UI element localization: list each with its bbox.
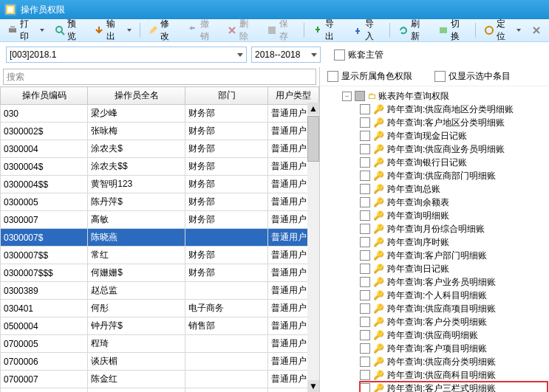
- checkbox-icon[interactable]: [360, 264, 370, 274]
- tree-item[interactable]: 🔑跨年查询:客户地区分类明细账: [360, 116, 548, 129]
- checkbox-icon[interactable]: [360, 343, 370, 354]
- scroll-down-icon[interactable]: ▼: [307, 380, 319, 392]
- tree-item[interactable]: 🔑跨年查询:客户部门明细账: [360, 249, 548, 262]
- checkbox-icon[interactable]: [360, 330, 370, 340]
- tree-item[interactable]: 🔑跨年查询:供应商分类明细账: [360, 355, 548, 368]
- table-row[interactable]: 0300004$$黄智明123财务部普通用户: [1, 176, 319, 193]
- checkbox-icon[interactable]: [360, 157, 370, 168]
- permission-tree[interactable]: − 🗀 账表跨年查询权限 🔑跨年查询:供应商地区分类明细账🔑跨年查询:客户地区分…: [320, 86, 549, 392]
- show-roles-checkbox[interactable]: 显示所属角色权限: [327, 70, 412, 83]
- refresh-button[interactable]: 刷新: [394, 16, 432, 44]
- tree-item-label: 跨年查询总账: [387, 183, 440, 196]
- col-dept[interactable]: 部门: [185, 87, 267, 105]
- tree-item[interactable]: 🔑跨年查询月份综合明细账: [360, 222, 548, 235]
- table-row[interactable]: 0300004$涂农夫$$财务部普通用户: [1, 158, 319, 176]
- checkbox-icon: [327, 71, 338, 82]
- checkbox-icon[interactable]: [360, 383, 370, 392]
- print-button[interactable]: 打印: [3, 16, 49, 44]
- delete-button[interactable]: 删除: [222, 16, 260, 44]
- scroll-thumb[interactable]: [307, 116, 319, 162]
- checkbox-icon[interactable]: [360, 303, 370, 314]
- tree-item[interactable]: 🔑跨年查询现金日记账: [360, 129, 548, 142]
- account-combo[interactable]: [003]2018.1: [6, 47, 247, 63]
- edit-button[interactable]: 修改: [143, 16, 181, 44]
- collapse-icon[interactable]: −: [342, 92, 352, 101]
- tree-item[interactable]: 🔑跨年查询:客户项目明细账: [360, 342, 548, 355]
- save-button[interactable]: 保存: [262, 16, 300, 44]
- tree-item[interactable]: 🔑跨年查询序时账: [360, 235, 548, 249]
- table-row[interactable]: 0700006谈庆楣普通用户: [1, 353, 319, 371]
- table-row[interactable]: 0300002$张咏梅财务部普通用户: [1, 123, 319, 140]
- switch-icon: [438, 25, 449, 35]
- key-icon: 🔑: [373, 237, 384, 247]
- tree-item[interactable]: 🔑跨年查询总账: [360, 182, 548, 196]
- tree-item[interactable]: 🔑跨年查询明细账: [360, 209, 548, 222]
- table-row[interactable]: 0300004涂农夫$财务部普通用户: [1, 140, 319, 158]
- checkbox-icon[interactable]: [360, 184, 370, 194]
- checkbox-icon[interactable]: [360, 197, 370, 207]
- key-icon: 🔑: [373, 131, 384, 141]
- tree-item[interactable]: 🔑跨年查询日记账: [360, 262, 548, 275]
- tree-item[interactable]: 🔑跨年查询银行日记账: [360, 156, 548, 169]
- tree-root[interactable]: − 🗀 账表跨年查询权限: [342, 89, 548, 103]
- col-name[interactable]: 操作员全名: [88, 87, 185, 105]
- checkbox-icon[interactable]: [360, 250, 370, 261]
- tree-item[interactable]: 🔑跨年查询:供应商业务员明细账: [360, 142, 548, 156]
- only-selected-checkbox[interactable]: 仅显示选中条目: [434, 70, 511, 83]
- table-row[interactable]: 030梁少峰财务部普通用户: [1, 105, 319, 123]
- checkbox-icon[interactable]: [360, 210, 370, 221]
- tree-item[interactable]: 🔑跨年查询:个人科目明细账: [360, 289, 548, 302]
- more-button[interactable]: [527, 24, 546, 37]
- tree-item[interactable]: 🔑跨年查询:供应商部门明细账: [360, 169, 548, 182]
- search-input[interactable]: 搜索: [3, 69, 316, 85]
- table-row[interactable]: 0300007$陈晓燕普通用户: [1, 229, 319, 247]
- checkbox-icon[interactable]: [360, 370, 370, 380]
- checkbox-icon[interactable]: [360, 357, 370, 367]
- table-row[interactable]: 030401何彤电子商务普通用户: [1, 300, 319, 317]
- tree-item[interactable]: 🔑跨年查询:供应商明细账: [360, 329, 548, 342]
- tree-item[interactable]: 🔑跨年查询:供应商地区分类明细账: [360, 103, 548, 116]
- table-row[interactable]: 0300007高敏财务部普通用户: [1, 211, 319, 229]
- supervisor-checkbox[interactable]: 账套主管: [334, 49, 383, 61]
- col-type[interactable]: 用户类型: [268, 87, 319, 105]
- tree-item[interactable]: 🔑跨年查询:客户分类明细账: [360, 315, 548, 329]
- scroll-up-icon[interactable]: ▲: [307, 103, 319, 114]
- checkbox-icon[interactable]: [360, 104, 370, 114]
- table-row[interactable]: 0300005陈丹萍$财务部普通用户: [1, 193, 319, 211]
- tree-item[interactable]: 🔑跨年查询:客户业务员明细账: [360, 275, 548, 289]
- table-row[interactable]: 0300007$$$何姗姗$财务部普通用户: [1, 264, 319, 282]
- checkbox-icon[interactable]: [360, 290, 370, 300]
- year-combo[interactable]: 2018--2018: [251, 47, 321, 63]
- tree-item[interactable]: 🔑跨年查询余额表: [360, 196, 548, 209]
- checkbox-icon[interactable]: [360, 117, 370, 128]
- preview-button[interactable]: 预览: [50, 16, 88, 44]
- undo-button[interactable]: 撤销: [183, 16, 221, 44]
- table-row[interactable]: 0300389赵总监普通用户: [1, 282, 319, 300]
- checkbox-icon[interactable]: [360, 171, 370, 181]
- table-row[interactable]: 0700005程琦普通用户: [1, 335, 319, 353]
- table-row[interactable]: 0700007陈金红普通用户: [1, 371, 319, 388]
- tree-item[interactable]: 🔑跨年查询:客户三栏式明细账: [360, 382, 548, 392]
- col-code[interactable]: 操作员编码: [1, 87, 88, 105]
- exportf-button[interactable]: 导出: [308, 16, 346, 44]
- switch-button[interactable]: 切换: [434, 16, 471, 44]
- checkbox-icon[interactable]: [360, 277, 370, 287]
- checkbox-icon[interactable]: [355, 91, 365, 101]
- checkbox-icon[interactable]: [360, 224, 370, 234]
- operator-grid[interactable]: 操作员编码 操作员全名 部门 用户类型 030梁少峰财务部普通用户0300002…: [0, 86, 319, 392]
- importf-button[interactable]: 导入: [348, 16, 386, 44]
- table-row[interactable]: 0300007$$常红财务部普通用户: [1, 247, 319, 264]
- checkbox-icon[interactable]: [360, 237, 370, 247]
- locate-button[interactable]: 定位: [480, 16, 525, 44]
- tree-item[interactable]: 🔑跨年查询:供应商科目明细账: [360, 368, 548, 382]
- tree-item-label: 跨年查询:供应商部门明细账: [387, 170, 496, 182]
- vertical-scrollbar[interactable]: ▲ ▼: [307, 103, 319, 392]
- table-row[interactable]: 0906491张劲销售部普通用户: [1, 388, 319, 393]
- undo-icon: [188, 25, 198, 35]
- table-row[interactable]: 0500004钟丹萍$销售部普通用户: [1, 317, 319, 335]
- tree-item[interactable]: 🔑跨年查询:供应商项目明细账: [360, 302, 548, 315]
- checkbox-icon[interactable]: [360, 131, 370, 141]
- output-button[interactable]: 输出: [89, 16, 135, 44]
- checkbox-icon[interactable]: [360, 317, 370, 327]
- checkbox-icon[interactable]: [360, 144, 370, 154]
